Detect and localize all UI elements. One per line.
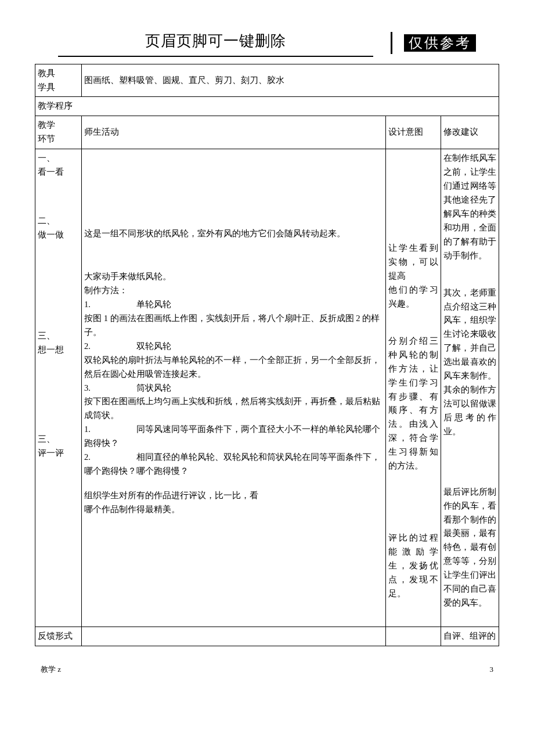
page-footer: 教学 z 3: [35, 664, 499, 676]
table-row-feedback: 反馈形式 自评、组评的: [35, 627, 499, 646]
activity-3: 1.同等风速同等平面条件下，两个直径大小不一样的单轮风轮哪个跑得快？ 2.相同直…: [84, 423, 383, 478]
stage-2: 二、 做一做: [38, 214, 79, 242]
activity-1: 这是一组不同形状的纸风轮，室外有风的地方它们会随风转动起来。: [84, 227, 383, 241]
table-row-tools: 教具 学具 图画纸、塑料吸管、圆规、直尺、剪刀、刻刀、胶水: [35, 64, 499, 97]
header-activity: 师生活动: [82, 116, 386, 149]
intent-1: 让学生看到实物，可以提高 他们的学习兴趣。: [388, 242, 438, 311]
suggestion-2: 其次，老师重点介绍这三种风车，组织学生讨论来吸收了解，并自己选出最喜欢的风车来制…: [443, 286, 496, 439]
header-intent: 设计意图: [386, 116, 441, 149]
question-1: 1.同等风速同等平面条件下，两个直径大小不一样的单轮风轮哪个跑得快？: [84, 423, 383, 451]
suggestion-1: 在制作纸风车之前，让学生们通过网络等其他途径先了解风车的种类和功用，全面的了解有…: [443, 152, 496, 262]
header-title-wrap: 页眉页脚可一键删除: [58, 29, 373, 57]
header-stage: 教学 环节: [35, 116, 82, 149]
activities-cell: 这是一组不同形状的纸风轮，室外有风的地方它们会随风转动起来。 大家动手来做纸风轮…: [82, 149, 386, 627]
header-badge: 仅供参考: [404, 34, 476, 52]
program-label: 教学程序: [35, 97, 499, 116]
question-2: 2.相同直径的单轮风轮、双轮风轮和筒状风轮在同等平面条件下，哪个跑得快？哪个跑得…: [84, 451, 383, 478]
intent-2: 分别介绍三种风轮的制作方法，让学生们学习有步骤、有顺序、有方法。由浅入深，符合学…: [388, 334, 438, 473]
q1-num: 1.: [84, 423, 136, 437]
stage-3: 三、 想一想: [38, 329, 79, 357]
method-item-2: 2.双轮风轮 双轮风轮的扇叶折法与单轮风轮的不一样，一个全部正折，另一个全部反折…: [84, 340, 383, 381]
stages-cell: 一、 看一看 二、 做一做 三、 想一想 三、 评一评: [35, 149, 82, 627]
item2-body: 双轮风轮的扇叶折法与单轮风轮的不一样，一个全部正折，另一个全部反折，然后在圆心处…: [84, 354, 383, 381]
table-row-headers: 教学 环节 师生活动 设计意图 修改建议: [35, 116, 499, 149]
intent-3: 评比的过程能激励学生，发扬优点，发现不足。: [388, 531, 438, 601]
method-item-3: 3.筒状风轮 按下图在图画纸上均匀画上实线和折线，然后将实线刻开，再折叠，最后粘…: [84, 381, 383, 423]
tools-content: 图画纸、塑料吸管、圆规、直尺、剪刀、刻刀、胶水: [82, 64, 499, 97]
item2-num: 2.: [84, 340, 136, 354]
activity-4: 组织学生对所有的作品进行评议，比一比，看 哪个作品制作得最精美。: [84, 489, 383, 517]
feedback-col4: 自评、组评的: [441, 627, 499, 646]
activity-2-method-label: 制作方法：: [84, 284, 383, 298]
item3-num: 3.: [84, 381, 136, 395]
item3-title: 筒状风轮: [136, 383, 171, 393]
table-row-main: 一、 看一看 二、 做一做 三、 想一想 三、 评一评 这是一组不同形状的纸风轮…: [35, 149, 499, 627]
header-suggestion: 修改建议: [441, 116, 499, 149]
activity-2-intro: 大家动手来做纸风轮。: [84, 270, 383, 284]
suggestion-3: 最后评比所制作的风车，看看那个制作的最美丽，最有特色，最有创意等等，分别让学生们…: [443, 485, 496, 610]
suggestions-cell: 在制作纸风车之前，让学生们通过网络等其他途径先了解风车的种类和功用，全面的了解有…: [441, 149, 499, 627]
feedback-col3: [386, 627, 441, 646]
q2-num: 2.: [84, 451, 136, 465]
item1-num: 1.: [84, 298, 136, 312]
header-title: 页眉页脚可一键删除: [145, 33, 286, 49]
footer-left: 教学 z: [41, 664, 61, 676]
header-badge-wrap: 仅供参考: [391, 32, 476, 54]
stage-1: 一、 看一看: [38, 152, 79, 179]
lesson-plan-table: 教具 学具 图画纸、塑料吸管、圆规、直尺、剪刀、刻刀、胶水 教学程序 教学 环节…: [35, 64, 499, 646]
item3-body: 按下图在图画纸上均匀画上实线和折线，然后将实线刻开，再折叠，最后粘贴成筒状。: [84, 395, 383, 423]
item2-title: 双轮风轮: [136, 341, 171, 351]
feedback-label: 反馈形式: [35, 627, 82, 646]
tools-label: 教具 学具: [35, 64, 82, 97]
table-row-program: 教学程序: [35, 97, 499, 116]
intents-cell: 让学生看到实物，可以提高 他们的学习兴趣。 分别介绍三种风轮的制作方法，让学生们…: [386, 149, 441, 627]
item1-body: 按图 1 的画法在图画纸上作图，实线刻开后，将八个扇叶正、反折成图 2 的样子。: [84, 312, 383, 340]
footer-page-number: 3: [490, 664, 494, 676]
item1-title: 单轮风轮: [136, 300, 171, 309]
activity-2: 大家动手来做纸风轮。 制作方法： 1.单轮风轮 按图 1 的画法在图画纸上作图，…: [84, 270, 383, 423]
method-item-1: 1.单轮风轮 按图 1 的画法在图画纸上作图，实线刻开后，将八个扇叶正、反折成图…: [84, 298, 383, 340]
stage-4: 三、 评一评: [38, 433, 79, 460]
feedback-col2: [82, 627, 386, 646]
page-header: 页眉页脚可一键删除 仅供参考: [35, 29, 499, 57]
